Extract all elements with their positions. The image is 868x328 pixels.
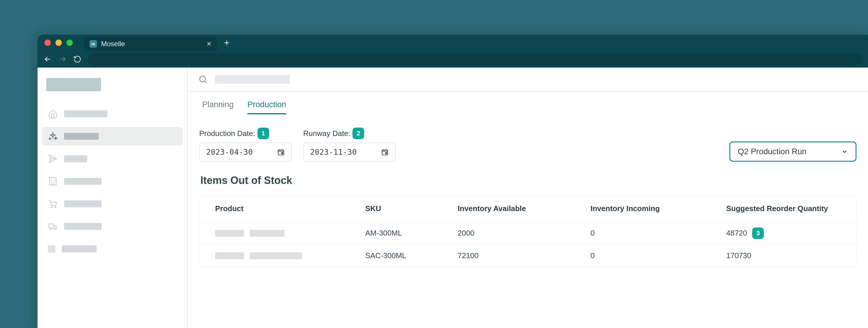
- search-icon: [198, 74, 208, 84]
- table-header: Product SKU Inventory Available Inventor…: [199, 196, 856, 222]
- send-icon: [48, 154, 58, 164]
- cart-icon: [48, 199, 58, 209]
- production-date-label: Production Date: 1: [199, 128, 292, 139]
- tab-title: Moselle: [101, 40, 203, 48]
- nav-back-button[interactable]: [43, 55, 52, 63]
- sidebar-item-cart[interactable]: [42, 195, 183, 213]
- svg-point-6: [200, 76, 206, 82]
- tab-bar: m Moselle × +: [37, 35, 868, 51]
- cell-sku: SAC-300ML: [365, 251, 458, 260]
- callout-2: 2: [352, 128, 364, 139]
- sidebar-item-truck[interactable]: [42, 217, 183, 236]
- svg-rect-3: [49, 224, 54, 228]
- nav-forward-button[interactable]: [58, 55, 67, 63]
- sidebar: [37, 67, 188, 328]
- filter-production-date: Production Date: 1 2023-04-30: [199, 128, 292, 162]
- tab-planning[interactable]: Planning: [202, 100, 234, 114]
- calendar-icon: [381, 148, 389, 156]
- col-incoming: Inventory Incoming: [590, 204, 726, 213]
- sidebar-item-building[interactable]: [42, 172, 183, 190]
- sidebar-label-skeleton: [64, 200, 102, 207]
- cell-incoming: 0: [590, 251, 726, 260]
- address-bar[interactable]: [88, 53, 862, 65]
- svg-rect-10: [385, 152, 387, 154]
- runway-date-label: Runway Date: 2: [303, 128, 396, 139]
- cell-sku: AM-300ML: [365, 229, 458, 238]
- sidebar-label-skeleton: [64, 110, 107, 117]
- svg-point-5: [55, 228, 56, 230]
- col-sku: SKU: [365, 204, 458, 213]
- production-date-input[interactable]: 2023-04-30: [199, 143, 292, 162]
- tab-favicon: m: [90, 40, 97, 48]
- sidebar-label-skeleton: [64, 133, 99, 140]
- section-title: Items Out of Stock: [200, 174, 857, 186]
- calendar-icon: [277, 148, 285, 156]
- sidebar-item-active[interactable]: [42, 127, 183, 146]
- truck-icon: [48, 221, 58, 231]
- browser-window: m Moselle × +: [37, 35, 868, 328]
- col-product: Product: [215, 204, 365, 213]
- sidebar-item-generic[interactable]: [42, 240, 183, 258]
- sidebar-label-skeleton: [64, 155, 87, 162]
- building-icon: [48, 176, 58, 186]
- svg-point-2: [55, 206, 56, 208]
- browser-tab[interactable]: m Moselle ×: [84, 37, 217, 51]
- cell-reorder: 170730: [726, 251, 841, 260]
- filters-row: Production Date: 1 2023-04-30 Runway: [199, 128, 857, 162]
- window-minimize-button[interactable]: [56, 39, 62, 46]
- cell-incoming: 0: [590, 229, 726, 238]
- sidebar-item-send[interactable]: [42, 150, 183, 168]
- product-skeleton: [215, 230, 365, 237]
- sidebar-label-skeleton: [64, 223, 102, 230]
- content-area: Planning Production Production Date: 1 2…: [188, 92, 868, 275]
- callout-1: 1: [257, 128, 269, 139]
- new-tab-button[interactable]: +: [224, 38, 229, 47]
- table-row[interactable]: AM-300ML 2000 0 48720 3: [199, 222, 856, 244]
- stock-table: Product SKU Inventory Available Inventor…: [199, 195, 857, 267]
- svg-point-4: [50, 228, 52, 230]
- product-skeleton: [215, 252, 365, 259]
- tab-production[interactable]: Production: [247, 100, 286, 114]
- url-bar: [37, 51, 868, 67]
- nav-reload-button[interactable]: [73, 55, 82, 63]
- traffic-lights: [44, 39, 73, 46]
- cell-available: 72100: [458, 251, 590, 260]
- app-logo: [46, 78, 101, 91]
- production-run-select[interactable]: Q2 Production Run: [730, 142, 857, 162]
- app-shell: Planning Production Production Date: 1 2…: [37, 67, 868, 328]
- search-input[interactable]: [215, 75, 290, 84]
- sidebar-item-home[interactable]: [42, 105, 183, 123]
- browser-chrome: m Moselle × +: [37, 35, 868, 67]
- svg-point-1: [51, 206, 52, 208]
- cell-available: 2000: [458, 229, 590, 238]
- filter-runway-date: Runway Date: 2 2023-11-30: [303, 128, 396, 162]
- window-maximize-button[interactable]: [66, 39, 73, 46]
- chevron-down-icon: [841, 148, 848, 155]
- table-row[interactable]: SAC-300ML 72100 0 170730: [199, 244, 856, 267]
- sparkles-icon: [48, 131, 58, 141]
- col-reorder: Suggested Reorder Quantity: [726, 204, 841, 213]
- col-available: Inventory Available: [458, 204, 590, 213]
- tab-close-button[interactable]: ×: [207, 40, 211, 48]
- home-icon: [48, 109, 58, 119]
- runway-date-input[interactable]: 2023-11-30: [303, 143, 396, 162]
- svg-rect-8: [281, 152, 283, 154]
- sidebar-label-skeleton: [64, 178, 102, 185]
- callout-3: 3: [752, 228, 764, 239]
- cell-reorder: 48720 3: [726, 228, 841, 239]
- sidebar-label-skeleton: [62, 245, 96, 252]
- main-content: Planning Production Production Date: 1 2…: [188, 67, 868, 328]
- window-close-button[interactable]: [44, 39, 51, 46]
- topbar: [188, 67, 868, 92]
- square-icon: [48, 245, 56, 252]
- content-tabs: Planning Production: [199, 100, 857, 115]
